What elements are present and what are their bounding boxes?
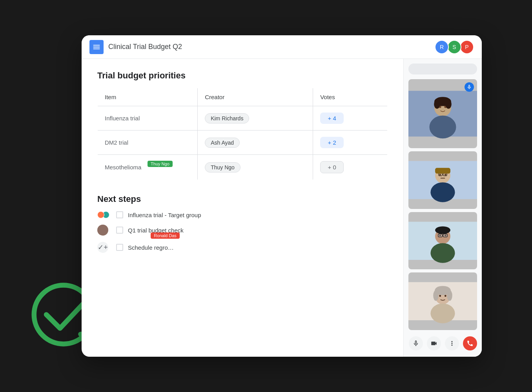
person-3-image <box>408 212 477 270</box>
cursor-label-thuy: Thuy Ngo <box>148 161 173 167</box>
document-title: Clinical Trial Budget Q2 <box>108 43 436 51</box>
person-4-image <box>408 272 477 330</box>
video-tile-3 <box>408 212 477 270</box>
video-tile-1 <box>408 79 477 148</box>
active-speaker-indicator <box>465 82 474 92</box>
svg-point-10 <box>445 100 452 109</box>
vote-cell[interactable]: + 2 <box>313 131 388 155</box>
video-panel-header <box>408 64 477 74</box>
vote-badge[interactable]: + 0 <box>320 161 344 173</box>
assignee-avatars <box>97 211 111 218</box>
checkbox[interactable] <box>116 211 123 218</box>
list-item: Q1 trial budget check <box>97 225 388 236</box>
checkbox[interactable] <box>116 244 123 251</box>
col-creator: Creator <box>198 88 313 106</box>
avatar-s[interactable]: S <box>447 40 461 54</box>
avatar-group: R S P <box>436 40 474 54</box>
svg-point-36 <box>433 290 439 301</box>
creator-chip: Ash Ayad <box>205 138 240 148</box>
budget-table: Item Creator Votes Influenza trial Kim R… <box>97 88 388 180</box>
header-bar: Clinical Trial Budget Q2 R S P <box>82 35 482 59</box>
creator-chip: Kim Richards <box>205 113 249 123</box>
svg-point-34 <box>445 295 446 297</box>
microphone-button[interactable] <box>409 336 423 350</box>
svg-rect-16 <box>441 178 445 179</box>
item-cell: Influenza trial <box>98 106 198 131</box>
camera-button[interactable] <box>427 336 441 350</box>
next-steps-title: Next steps <box>97 194 388 204</box>
more-options-button[interactable] <box>445 336 459 350</box>
step-text: Influenza trial - Target group <box>128 212 201 218</box>
video-tile-2 <box>408 151 477 209</box>
creator-chip: Thuy Ngo <box>205 162 240 172</box>
avatar-p[interactable]: P <box>460 40 474 54</box>
checkbox[interactable] <box>116 227 123 234</box>
document-icon <box>89 40 104 54</box>
assignee-avatars <box>97 225 111 236</box>
table-section-title: Trial budget priorities <box>97 71 388 81</box>
col-item: Item <box>98 88 198 106</box>
svg-point-5 <box>429 116 456 138</box>
list-item: ✓+ Schedule regro… Ronald Das <box>97 242 388 253</box>
table-row: DM2 trial Ash Ayad + 2 <box>98 131 388 155</box>
svg-rect-27 <box>443 234 447 237</box>
creator-cell: Ash Ayad <box>198 131 313 155</box>
item-cell: DM2 trial <box>98 131 198 155</box>
vote-badge[interactable]: + 4 <box>320 113 344 124</box>
list-item: Influenza trial - Target group <box>97 211 388 218</box>
video-tile-4 <box>408 272 477 330</box>
svg-point-13 <box>430 182 455 202</box>
main-window: Clinical Trial Budget Q2 R S P Trial bud… <box>82 35 482 357</box>
svg-point-33 <box>439 295 441 297</box>
table-row: Influenza trial Kim Richards + 4 <box>98 106 388 131</box>
next-steps-list: Influenza trial - Target group Q1 trial … <box>97 211 388 253</box>
svg-point-9 <box>434 100 440 109</box>
step-text: Schedule regro… Ronald Das <box>128 244 174 251</box>
creator-cell: Kim Richards <box>198 106 313 131</box>
assignee-avatars: ✓+ <box>97 242 111 253</box>
cursor-label-ronald: Ronald Das <box>151 232 179 239</box>
col-votes: Votes <box>313 88 388 106</box>
svg-point-29 <box>435 226 450 234</box>
svg-point-23 <box>430 243 455 263</box>
svg-point-15 <box>445 174 446 176</box>
svg-rect-20 <box>435 168 450 174</box>
avatar-r[interactable]: R <box>435 40 449 54</box>
item-cell: Thuy Ngo Mesothelioma <box>98 155 198 180</box>
svg-point-37 <box>447 290 452 301</box>
document-content: Trial budget priorities Item Creator Vot… <box>82 59 403 357</box>
svg-rect-26 <box>438 234 443 237</box>
svg-point-14 <box>439 174 441 176</box>
vote-cell[interactable]: + 4 <box>313 106 388 131</box>
mesothelioma-cell: Thuy Ngo Mesothelioma <box>105 164 190 171</box>
video-panel <box>403 59 482 357</box>
hangup-button[interactable] <box>463 336 477 350</box>
table-row: Thuy Ngo Mesothelioma Thuy Ngo + 0 <box>98 155 388 180</box>
video-controls <box>408 333 477 352</box>
svg-point-32 <box>430 304 455 324</box>
vote-badge[interactable]: + 2 <box>320 137 344 148</box>
creator-cell: Thuy Ngo <box>198 155 313 180</box>
person-2-image <box>408 151 477 209</box>
vote-cell[interactable]: + 0 <box>313 155 388 180</box>
